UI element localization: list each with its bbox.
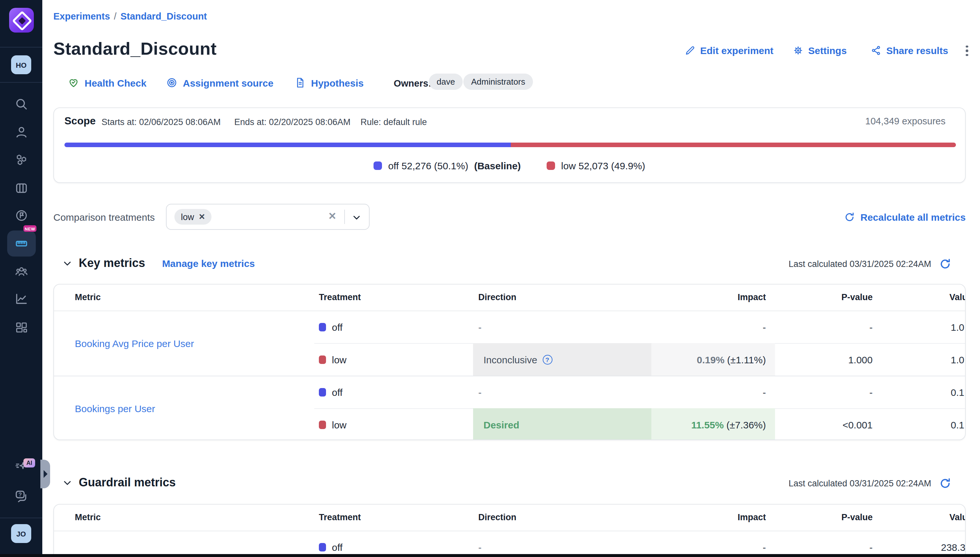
getting-started-icon[interactable] xyxy=(0,208,42,223)
legend-swatch-low xyxy=(547,161,556,170)
comparison-treatments-select[interactable]: low✕ ✕ xyxy=(166,204,370,230)
scope-card: Scope Starts at: 02/06/2025 08:06AM Ends… xyxy=(54,107,966,183)
page-title: Standard_Discount xyxy=(54,39,217,59)
sidebar: HO NEW A xyxy=(0,0,42,557)
key-metrics-table: Metric Treatment Direction Impact P-valu… xyxy=(54,284,966,440)
allocation-bar xyxy=(64,143,956,147)
share-results-button[interactable]: Share results xyxy=(871,45,948,56)
manage-key-metrics-link[interactable]: Manage key metrics xyxy=(162,258,255,269)
treatment-swatch-low xyxy=(319,420,326,429)
assignment-source-link[interactable]: Assignment source xyxy=(166,77,273,88)
comparison-treatments-label: Comparison treatments xyxy=(54,212,155,223)
settings-button[interactable]: Settings xyxy=(793,45,847,56)
app-logo[interactable] xyxy=(9,8,34,33)
guardrail-metrics-header: Guardrail metrics xyxy=(62,476,176,490)
key-metrics-last-calculated: Last calculated 03/31/2025 02:24AM xyxy=(789,258,951,270)
breadcrumb-experiments[interactable]: Experiments xyxy=(54,11,110,21)
allocation-legend: off 52,276 (50.1%) (Baseline) low 52,073… xyxy=(54,160,965,171)
treatment-swatch-off xyxy=(319,322,326,331)
heart-check-icon xyxy=(68,77,80,88)
treatment-swatch-low xyxy=(319,355,326,364)
owners-label: Owners: xyxy=(394,78,431,88)
gear-icon xyxy=(793,45,804,56)
pencil-icon xyxy=(684,45,696,56)
health-check-link[interactable]: Health Check xyxy=(68,77,146,88)
more-options-button[interactable] xyxy=(962,44,972,58)
clear-icon[interactable]: ✕ xyxy=(328,210,336,222)
app-window: HO NEW A xyxy=(0,0,980,557)
metric-link[interactable]: Booking Avg Price per User xyxy=(75,338,194,349)
chip-remove-icon[interactable]: ✕ xyxy=(199,212,205,221)
table-header: Metric Treatment Direction Impact P-valu… xyxy=(54,285,965,311)
refresh-icon[interactable] xyxy=(939,258,951,270)
guardrail-metrics-title: Guardrail metrics xyxy=(79,476,176,490)
treatment-swatch-off xyxy=(319,388,326,396)
legend-item-low: low 52,073 (49.9%) xyxy=(547,160,645,171)
key-metrics-title: Key metrics xyxy=(79,257,145,270)
scope-ends: Ends at: 02/20/2025 08:06AM xyxy=(234,117,350,127)
refresh-icon[interactable] xyxy=(939,477,951,490)
document-icon xyxy=(294,77,306,88)
teams-icon[interactable] xyxy=(0,264,42,278)
scope-title: Scope xyxy=(64,115,96,127)
boards-icon[interactable] xyxy=(0,181,42,195)
metric-link[interactable]: Bookings per User xyxy=(75,403,155,414)
exposures-count: 104,349 exposures xyxy=(865,116,946,126)
refresh-icon xyxy=(844,212,855,223)
legend-swatch-off xyxy=(374,161,382,170)
owner-chip[interactable]: Administrators xyxy=(463,73,533,90)
table-row[interactable]: off - - - 0.1 xyxy=(54,376,965,408)
scope-rule: Rule: default rule xyxy=(361,117,427,127)
ai-sparkle-icon[interactable] xyxy=(0,460,42,474)
dashboards-icon[interactable] xyxy=(0,320,42,335)
ai-badge: AI xyxy=(23,458,35,467)
breadcrumb-separator: / xyxy=(110,11,120,21)
svg-text:?: ? xyxy=(18,492,21,498)
hexagons-icon[interactable] xyxy=(0,153,42,167)
guardrail-metrics-table: Metric Treatment Direction Impact P-valu… xyxy=(54,504,966,557)
direction-status: Desired xyxy=(483,419,519,430)
hypothesis-link[interactable]: Hypothesis xyxy=(294,77,364,88)
table-header: Metric Treatment Direction Impact P-valu… xyxy=(54,505,965,531)
chevron-down-icon[interactable] xyxy=(62,259,72,268)
analytics-icon[interactable] xyxy=(0,292,42,306)
treatment-chip-low[interactable]: low✕ xyxy=(174,209,212,225)
user-avatar[interactable]: JO xyxy=(11,524,31,543)
recalculate-all-metrics-button[interactable]: Recalculate all metrics xyxy=(844,212,966,223)
sidebar-expand-handle[interactable] xyxy=(41,460,50,488)
breadcrumb: Experiments/Standard_Discount xyxy=(54,11,207,21)
chevron-down-icon[interactable] xyxy=(352,213,361,222)
new-badge: NEW xyxy=(23,225,36,232)
info-icon[interactable]: ? xyxy=(542,355,552,364)
scope-starts: Starts at: 02/06/2025 08:06AM xyxy=(101,117,221,127)
key-metrics-header: Key metrics Manage key metrics xyxy=(62,257,255,270)
ruler-icon[interactable] xyxy=(0,236,42,251)
owner-chip[interactable]: dave xyxy=(429,73,463,90)
direction-status: Inconclusive xyxy=(483,354,537,365)
workspace-badge[interactable]: HO xyxy=(11,55,31,74)
help-chat-icon[interactable]: ? xyxy=(0,488,42,504)
breadcrumb-current[interactable]: Standard_Discount xyxy=(120,11,207,21)
allocation-segment-low xyxy=(511,143,956,147)
treatment-swatch-off xyxy=(319,543,326,551)
edit-experiment-button[interactable]: Edit experiment xyxy=(684,45,774,56)
target-icon xyxy=(166,77,178,88)
profile-icon[interactable] xyxy=(0,125,42,139)
allocation-segment-off xyxy=(64,143,511,147)
bottom-edge-strip xyxy=(0,554,980,557)
chevron-down-icon[interactable] xyxy=(62,478,72,488)
search-icon[interactable] xyxy=(0,97,42,111)
legend-item-off: off 52,276 (50.1%) (Baseline) xyxy=(374,160,521,171)
guardrail-last-calculated: Last calculated 03/31/2025 02:24AM xyxy=(789,477,951,490)
share-icon xyxy=(871,45,882,56)
table-row[interactable]: low Desired 11.55%(±7.36%) <0.001 0.1 xyxy=(54,408,965,440)
